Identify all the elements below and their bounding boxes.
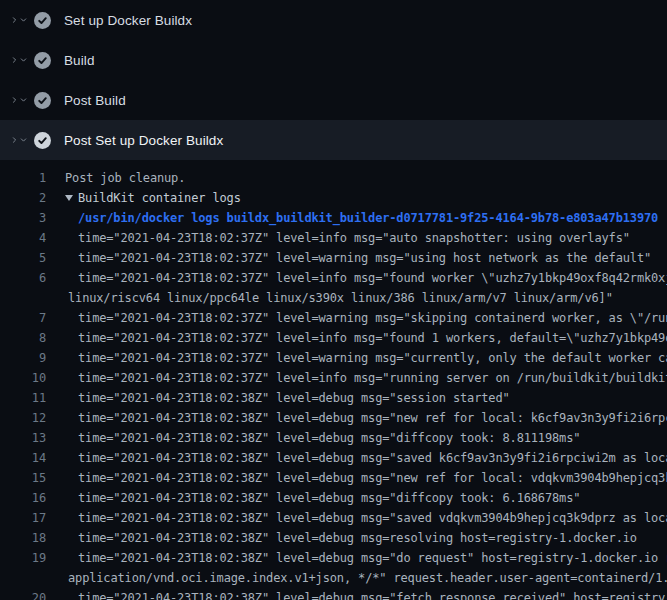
- step-list: Set up Docker Buildx Build Post Build Po…: [0, 0, 667, 160]
- log-text: time="2021-04-23T18:02:38Z" level=debug …: [78, 388, 510, 408]
- step-label: Post Build: [64, 93, 126, 108]
- log-text: time="2021-04-23T18:02:38Z" level=debug …: [78, 468, 667, 488]
- log-line-3: 3 /usr/bin/docker logs buildx_buildkit_b…: [0, 208, 667, 228]
- line-number[interactable]: 8: [0, 328, 46, 348]
- log-line-17: 17 time="2021-04-23T18:02:38Z" level=deb…: [0, 508, 667, 528]
- log-line-13: 13 time="2021-04-23T18:02:38Z" level=deb…: [0, 428, 667, 448]
- log-line-14: 14 time="2021-04-23T18:02:38Z" level=deb…: [0, 448, 667, 468]
- check-circle-icon: [34, 92, 51, 109]
- chevron-right-icon[interactable]: [10, 132, 19, 148]
- line-number[interactable]: 20: [0, 588, 46, 600]
- line-number[interactable]: 13: [0, 428, 46, 448]
- log-text: time="2021-04-23T18:02:38Z" level=debug …: [78, 528, 637, 548]
- log-text: Post job cleanup.: [65, 168, 185, 188]
- log-text: application/vnd.oci.image.index.v1+json,…: [68, 568, 667, 588]
- step-label: Build: [64, 53, 95, 68]
- step-row-post-set-up-docker-buildx[interactable]: Post Set up Docker Buildx: [0, 120, 667, 160]
- step-label: Set up Docker Buildx: [64, 13, 192, 28]
- log-text: time="2021-04-23T18:02:38Z" level=debug …: [78, 428, 580, 448]
- log-line-2: 2 BuildKit container logs: [0, 188, 667, 208]
- line-number[interactable]: 5: [0, 248, 46, 268]
- step-label: Post Set up Docker Buildx: [64, 133, 223, 148]
- log-line-8: 8 time="2021-04-23T18:02:37Z" level=info…: [0, 328, 667, 348]
- line-number[interactable]: 11: [0, 388, 46, 408]
- chevron-down-icon[interactable]: [19, 52, 28, 68]
- check-circle-icon: [34, 12, 51, 29]
- chevron-down-icon[interactable]: [19, 12, 28, 28]
- log-line-11: 11 time="2021-04-23T18:02:38Z" level=deb…: [0, 388, 667, 408]
- log-text: time="2021-04-23T18:02:37Z" level=warnin…: [78, 348, 667, 368]
- log-text: time="2021-04-23T18:02:38Z" level=debug …: [78, 488, 580, 508]
- log-text: time="2021-04-23T18:02:37Z" level=info m…: [78, 268, 667, 288]
- log-text: time="2021-04-23T18:02:38Z" level=debug …: [78, 588, 667, 600]
- log-area: 1 Post job cleanup. 2 BuildKit container…: [0, 160, 667, 600]
- line-number[interactable]: 14: [0, 448, 46, 468]
- log-line-9: 9 time="2021-04-23T18:02:37Z" level=warn…: [0, 348, 667, 368]
- chevron-down-icon[interactable]: [19, 92, 28, 108]
- chevron-right-icon[interactable]: [10, 52, 19, 68]
- line-number[interactable]: 9: [0, 348, 46, 368]
- log-line-15: 15 time="2021-04-23T18:02:38Z" level=deb…: [0, 468, 667, 488]
- log-line-12: 12 time="2021-04-23T18:02:38Z" level=deb…: [0, 408, 667, 428]
- line-number[interactable]: 2: [0, 188, 46, 208]
- log-line-cont-6: linux/riscv64 linux/ppc64le linux/s390x …: [0, 288, 667, 308]
- step-row-post-build[interactable]: Post Build: [0, 80, 667, 120]
- log-text: time="2021-04-23T18:02:38Z" level=debug …: [78, 448, 667, 468]
- chevron-down-icon[interactable]: [19, 132, 28, 148]
- log-line-5: 5 time="2021-04-23T18:02:37Z" level=warn…: [0, 248, 667, 268]
- line-number[interactable]: 19: [0, 548, 46, 568]
- log-line-16: 16 time="2021-04-23T18:02:38Z" level=deb…: [0, 488, 667, 508]
- line-number[interactable]: 6: [0, 268, 46, 288]
- log-text: time="2021-04-23T18:02:37Z" level=warnin…: [78, 248, 651, 268]
- actions-log-viewer: Set up Docker Buildx Build Post Build Po…: [0, 0, 667, 600]
- log-text: linux/riscv64 linux/ppc64le linux/s390x …: [68, 288, 613, 308]
- line-number[interactable]: 16: [0, 488, 46, 508]
- line-number[interactable]: 4: [0, 228, 46, 248]
- step-row-build[interactable]: Build: [0, 40, 667, 80]
- log-line-10: 10 time="2021-04-23T18:02:37Z" level=inf…: [0, 368, 667, 388]
- line-number[interactable]: 1: [0, 168, 46, 188]
- line-number[interactable]: 3: [0, 208, 46, 228]
- log-line-20: 20 time="2021-04-23T18:02:38Z" level=deb…: [0, 588, 667, 600]
- log-text: time="2021-04-23T18:02:38Z" level=debug …: [78, 508, 667, 528]
- log-line-19: 19 time="2021-04-23T18:02:38Z" level=deb…: [0, 548, 667, 568]
- line-number[interactable]: 15: [0, 468, 46, 488]
- check-circle-icon: [34, 132, 51, 149]
- log-line-1: 1 Post job cleanup.: [0, 168, 667, 188]
- chevron-right-icon[interactable]: [10, 12, 19, 28]
- line-number[interactable]: 10: [0, 368, 46, 388]
- line-number[interactable]: 12: [0, 408, 46, 428]
- log-line-cont-20: application/vnd.oci.image.index.v1+json,…: [0, 568, 667, 588]
- chevron-right-icon[interactable]: [10, 92, 19, 108]
- log-line-18: 18 time="2021-04-23T18:02:38Z" level=deb…: [0, 528, 667, 548]
- log-line-4: 4 time="2021-04-23T18:02:37Z" level=info…: [0, 228, 667, 248]
- check-circle-icon: [34, 52, 51, 69]
- log-line-6: 6 time="2021-04-23T18:02:37Z" level=info…: [0, 268, 667, 288]
- log-text: time="2021-04-23T18:02:38Z" level=debug …: [78, 408, 667, 428]
- log-text: time="2021-04-23T18:02:37Z" level=info m…: [78, 368, 667, 388]
- step-row-set-up-docker-buildx[interactable]: Set up Docker Buildx: [0, 0, 667, 40]
- log-text: time="2021-04-23T18:02:37Z" level=info m…: [78, 328, 667, 348]
- command-text: /usr/bin/docker logs buildx_buildkit_bui…: [78, 208, 658, 228]
- log-text: time="2021-04-23T18:02:38Z" level=debug …: [78, 548, 667, 568]
- line-number[interactable]: 17: [0, 508, 46, 528]
- log-line-7: 7 time="2021-04-23T18:02:37Z" level=warn…: [0, 308, 667, 328]
- log-text: time="2021-04-23T18:02:37Z" level=info m…: [78, 228, 630, 248]
- group-collapse-triangle-icon[interactable]: [65, 195, 73, 201]
- line-number[interactable]: 18: [0, 528, 46, 548]
- log-text: time="2021-04-23T18:02:37Z" level=warnin…: [78, 308, 667, 328]
- log-text: BuildKit container logs: [78, 188, 241, 208]
- line-number[interactable]: 7: [0, 308, 46, 328]
